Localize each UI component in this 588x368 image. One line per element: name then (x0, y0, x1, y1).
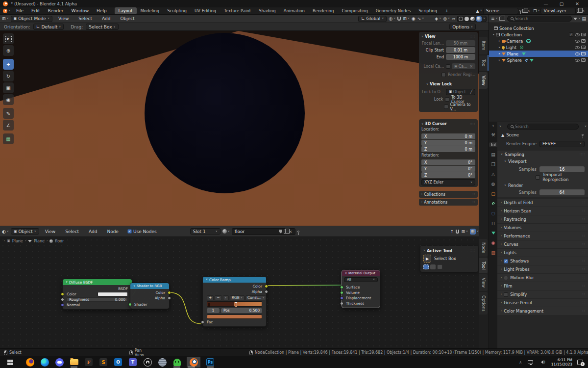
node-canvas[interactable]: ›▣Plane ›Plane ›floor ∨Diffuse BSDF BSDF… (0, 237, 479, 348)
move-tool[interactable]: + (3, 59, 14, 70)
firefox-icon[interactable] (25, 357, 35, 368)
minimize-button[interactable]: — (538, 1, 554, 6)
outliner-row-camera[interactable]: ▸Camera (489, 38, 588, 44)
render-visibility-icon[interactable] (581, 39, 586, 43)
shader-type-dropdown[interactable]: ▣Object∨ (11, 228, 39, 235)
fake-user-icon[interactable] (279, 230, 282, 234)
cursor-rotation-z[interactable]: Z0° (421, 172, 475, 178)
outlook-icon[interactable]: O (113, 357, 123, 368)
panel-motion-blur[interactable]: ›Motion Blur∷ (497, 274, 588, 282)
workspace-tab-scripting[interactable]: Scripting (415, 7, 441, 14)
chevron-down-icon[interactable]: ∨ (492, 125, 494, 128)
pin-icon[interactable] (297, 231, 299, 233)
breadcrumb-material[interactable]: floor (55, 239, 64, 243)
panel-depth-of-field[interactable]: ›Depth of Field∷ (497, 199, 588, 207)
snap-toggle[interactable] (456, 230, 459, 234)
tab-output[interactable]: ▤ (491, 152, 495, 157)
menu-file[interactable]: File (12, 8, 27, 13)
teams-icon[interactable]: T (128, 357, 138, 368)
cursor-rotation-x[interactable]: X0° (421, 159, 475, 165)
scene-selector[interactable]: ▲∨ Scene × (476, 8, 531, 14)
shading-material-button[interactable] (470, 17, 475, 21)
sampling-viewport-header[interactable]: ∨Viewport (497, 158, 588, 165)
disclosure-triangle-icon[interactable]: ▸ (499, 53, 500, 55)
workspace-tab-shading[interactable]: Shading (255, 7, 280, 14)
panel-color-management[interactable]: ›Color Management∷ (497, 307, 588, 315)
menu-edit[interactable]: Edit (27, 8, 44, 13)
start-button[interactable] (4, 357, 16, 368)
sidebar-tab-view[interactable]: View (479, 72, 488, 89)
render-visibility-icon[interactable] (581, 52, 586, 55)
clock[interactable]: 6:11 PM 11/15/2023 (551, 358, 572, 367)
edge-browser-icon[interactable] (40, 357, 49, 368)
stop-index-field[interactable]: 1 (207, 308, 220, 313)
collapse-icon[interactable]: ∨ (426, 83, 428, 86)
render-visibility-icon[interactable] (581, 58, 586, 62)
chevron-down-icon[interactable]: ∨ (499, 125, 501, 128)
tray-expand-icon[interactable]: ∧ (519, 360, 522, 365)
disclosure-triangle-icon[interactable]: ▸ (499, 40, 500, 43)
local-camera-field[interactable]: ▣Ca...× (452, 63, 475, 69)
input-socket-displacement[interactable] (340, 296, 343, 300)
sampling-panel-header[interactable]: ∨Sampling∷∷ (497, 151, 588, 158)
render-engine-dropdown[interactable]: EEVEE∨ (539, 141, 585, 147)
sphere-object[interactable] (145, 33, 305, 193)
ramp-options-dropdown[interactable]: ∨ (223, 295, 229, 300)
panel-grease-pencil[interactable]: ›Grease Pencil∷ (497, 299, 588, 307)
add-cube-tool[interactable]: ▦ (3, 133, 14, 144)
shader-menu-node[interactable]: Node (103, 229, 122, 234)
shader-tab-tool[interactable]: Tool (479, 258, 488, 273)
options-dropdown[interactable]: Options∨ (449, 24, 476, 30)
workspace-tab-geometry-nodes[interactable]: Geometry Nodes (372, 7, 415, 14)
viewport-menu-select[interactable]: Select (74, 16, 96, 21)
stop-color-swatch[interactable] (207, 315, 262, 319)
mode-dropdown[interactable]: ▣Object Mode∨ (11, 16, 52, 22)
shader-tab-node[interactable]: Node (479, 239, 488, 257)
tab-physics[interactable]: ◌ (491, 211, 495, 216)
cursor-rotation-y[interactable]: Y0° (421, 166, 475, 172)
shader-menu-view[interactable]: View (41, 229, 59, 234)
outliner-row-sphere[interactable]: ▸Sphere (489, 57, 588, 63)
interpolation-dropdown[interactable]: Const...∨ (245, 295, 267, 300)
panel-lights[interactable]: ›Lights∷ (497, 249, 588, 257)
outliner-row-light[interactable]: ▸Light (489, 44, 588, 51)
outliner-filter-collection-dropdown[interactable]: ∨ (499, 17, 506, 21)
eyedropper-icon[interactable]: ╱ (470, 90, 472, 94)
render-samples-field[interactable]: 64 (539, 189, 585, 195)
ghost-app-icon[interactable] (172, 357, 182, 368)
node-shader-to-rgb[interactable]: ∨Shader to RGB Color Alpha Shader (130, 283, 170, 309)
select-mode-new-button[interactable] (423, 264, 429, 269)
transform-tool[interactable]: ◉ (3, 94, 14, 105)
output-target-dropdown[interactable]: All∨ (344, 277, 378, 282)
view-panel-title[interactable]: View (425, 34, 436, 39)
viewport-canvas[interactable]: ▶ ⊕ + ↻ ▣ ◉ ✎ ∠ ▦ ∨View∷∷ Focal Len...50… (0, 31, 479, 226)
output-socket-alpha[interactable] (168, 296, 171, 300)
vault-app-icon[interactable] (157, 357, 167, 368)
shading-wireframe-button[interactable] (459, 17, 463, 21)
properties-search[interactable] (507, 124, 579, 130)
tab-world[interactable]: ◍ (491, 182, 495, 186)
snap-dropdown[interactable]: ⊞∨ (461, 229, 468, 234)
workspace-tab-animation[interactable]: Animation (280, 7, 309, 14)
network-icon[interactable] (528, 360, 533, 364)
input-socket-fac[interactable] (201, 320, 204, 324)
shader-menu-select[interactable]: Select (61, 229, 83, 234)
shader-tab-options[interactable]: Options (479, 292, 488, 315)
tab-object-data[interactable] (491, 231, 495, 236)
chevron-down-icon[interactable]: ∨ (585, 125, 587, 128)
chevron-down-icon[interactable]: ∨ (483, 17, 485, 20)
sidebar-tab-item[interactable]: Item (479, 37, 488, 54)
clip-start-field[interactable]: 0.01 m (446, 47, 475, 53)
panel-shadows[interactable]: ›Shadows∷ (497, 257, 588, 265)
workspace-tab-layout[interactable]: Layout (115, 7, 137, 14)
cursor-location-z[interactable]: Z0 m (421, 146, 475, 152)
lock-to-3d-cursor-checkbox[interactable] (445, 97, 449, 102)
ramp-gradient[interactable] (207, 301, 262, 307)
panel-volumes[interactable]: ›Volumes∷ (497, 224, 588, 232)
stop-position-slider[interactable]: Pos0.500 (221, 308, 262, 313)
workspace-tab-compositing[interactable]: Compositing (338, 7, 371, 14)
menu-render[interactable]: Render (44, 8, 68, 13)
input-socket-normal[interactable] (61, 303, 64, 307)
f-app-icon[interactable]: F (84, 357, 94, 368)
ramp-stop-0[interactable] (208, 303, 210, 307)
